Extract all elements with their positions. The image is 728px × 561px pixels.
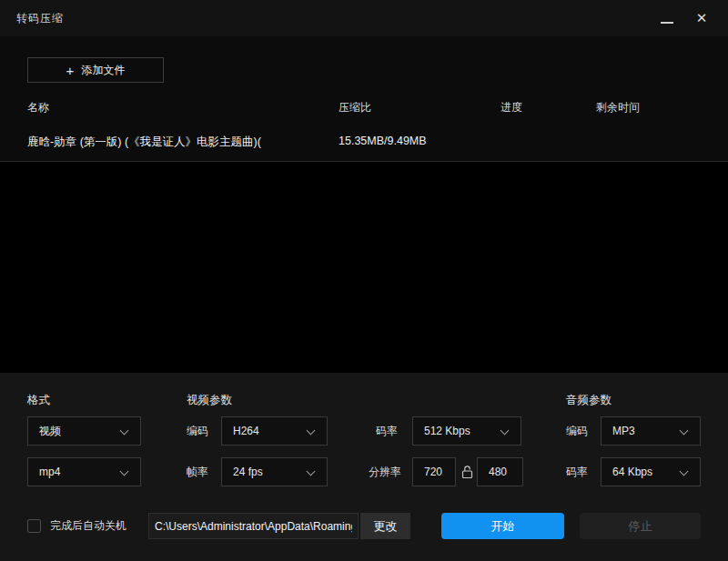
framerate-dropdown[interactable]: 24 fps <box>221 457 328 486</box>
lock-aspect-icon[interactable] <box>460 465 475 479</box>
video-codec-label: 编码 <box>187 416 208 446</box>
output-path-input[interactable] <box>148 513 359 539</box>
format-type-dropdown[interactable]: 视频 <box>27 416 141 446</box>
minimize-icon <box>661 22 673 24</box>
chevron-down-icon <box>680 467 689 476</box>
audio-codec-value: MP3 <box>612 425 635 437</box>
chevron-down-icon <box>500 426 510 436</box>
plus-icon: + <box>66 63 75 78</box>
framerate-value: 24 fps <box>233 466 263 478</box>
framerate-label: 帧率 <box>187 457 208 486</box>
audio-bitrate-label: 码率 <box>566 457 588 486</box>
column-header-name: 名称 <box>27 100 49 115</box>
video-bitrate-dropdown[interactable]: 512 Kbps <box>412 416 521 446</box>
file-compression-ratio: 15.35MB/9.49MB <box>339 135 427 147</box>
container-format-dropdown[interactable]: mp4 <box>27 457 141 486</box>
stop-button: 停止 <box>580 513 701 539</box>
shutdown-checkbox[interactable] <box>27 519 41 533</box>
format-type-value: 视频 <box>39 424 61 439</box>
titlebar: 转码压缩 ✕ <box>0 0 728 36</box>
chevron-down-icon <box>307 467 316 476</box>
audio-bitrate-value: 64 Kbps <box>612 466 652 478</box>
video-bitrate-value: 512 Kbps <box>424 425 470 437</box>
audio-codec-label: 编码 <box>566 416 588 446</box>
section-label-audio-params: 音频参数 <box>566 393 612 408</box>
audio-codec-dropdown[interactable]: MP3 <box>601 416 701 446</box>
chevron-down-icon <box>680 426 689 436</box>
video-codec-dropdown[interactable]: H264 <box>221 416 328 446</box>
file-name: 鹿晗-勋章 (第一版) (《我是证人》电影主题曲)( <box>27 135 261 150</box>
transcode-window: 转码压缩 ✕ + 添加文件 名称 压缩比 进度 剩余时间 鹿晗-勋章 (第一版)… <box>0 0 728 561</box>
container-format-value: mp4 <box>39 466 60 478</box>
video-bitrate-label: 码率 <box>376 416 398 446</box>
settings-panel: 格式 视频参数 音频参数 视频 编码 H264 码率 512 Kbps 编码 M… <box>0 373 728 561</box>
resolution-width-input[interactable] <box>412 457 456 486</box>
column-header-ratio: 压缩比 <box>339 100 371 115</box>
shutdown-label: 完成后自动关机 <box>50 513 126 539</box>
file-list-empty-area <box>0 162 728 373</box>
resolution-height-input[interactable] <box>477 457 523 486</box>
section-label-format: 格式 <box>27 393 50 408</box>
close-button[interactable]: ✕ <box>690 7 713 29</box>
column-header-progress: 进度 <box>500 100 522 115</box>
add-file-button[interactable]: + 添加文件 <box>27 57 164 83</box>
add-file-label: 添加文件 <box>81 63 125 78</box>
start-button[interactable]: 开始 <box>441 513 564 539</box>
audio-bitrate-dropdown[interactable]: 64 Kbps <box>601 457 701 486</box>
minimize-button[interactable] <box>655 7 679 29</box>
video-codec-value: H264 <box>233 425 259 437</box>
chevron-down-icon <box>120 467 129 476</box>
chevron-down-icon <box>307 426 316 436</box>
change-path-button[interactable]: 更改 <box>360 513 410 539</box>
close-icon: ✕ <box>696 10 708 26</box>
file-list-header-area: + 添加文件 名称 压缩比 进度 剩余时间 鹿晗-勋章 (第一版) (《我是证人… <box>0 36 728 162</box>
window-title: 转码压缩 <box>16 0 64 36</box>
column-header-remaining: 剩余时间 <box>596 100 640 115</box>
section-label-video-params: 视频参数 <box>187 393 232 408</box>
resolution-label: 分辨率 <box>369 457 401 486</box>
chevron-down-icon <box>120 426 129 436</box>
